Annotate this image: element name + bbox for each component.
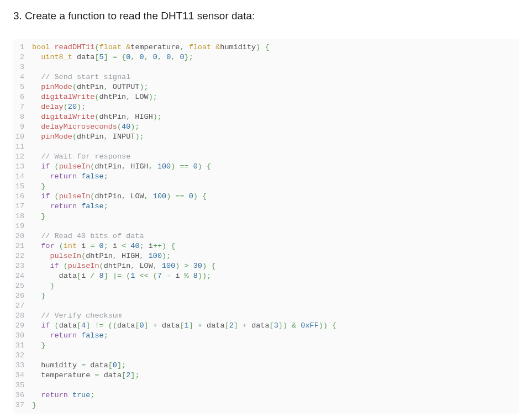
code-line: 9 delayMicroseconds(40); bbox=[13, 122, 519, 132]
line-number: 15 bbox=[13, 182, 32, 192]
code-line: 19 bbox=[13, 221, 519, 231]
code-line: 6 digitalWrite(dhtPin, LOW); bbox=[13, 92, 519, 102]
code-line: 5 pinMode(dhtPin, OUTPUT); bbox=[13, 82, 519, 92]
line-number: 6 bbox=[13, 92, 32, 102]
code-line: 2 uint8_t data[5] = {0, 0, 0, 0, 0}; bbox=[13, 52, 519, 62]
code-text: // Wait for response bbox=[32, 152, 519, 162]
code-line: 10 pinMode(dhtPin, INPUT); bbox=[13, 132, 519, 142]
line-number: 20 bbox=[13, 231, 32, 241]
line-number: 30 bbox=[13, 331, 32, 341]
line-number: 2 bbox=[13, 52, 32, 62]
code-line: 1bool readDHT11(float &temperature, floa… bbox=[13, 43, 519, 52]
code-line: 11 bbox=[13, 142, 519, 152]
line-number: 14 bbox=[13, 172, 32, 182]
code-text: temperature = data[2]; bbox=[32, 371, 519, 381]
code-text: pinMode(dhtPin, INPUT); bbox=[32, 132, 519, 142]
code-text: } bbox=[32, 400, 519, 410]
line-number: 32 bbox=[13, 351, 32, 361]
code-line: 37} bbox=[13, 400, 519, 410]
code-text bbox=[32, 381, 519, 390]
line-number: 1 bbox=[13, 43, 32, 52]
code-line: 20 // Read 40 bits of data bbox=[13, 231, 519, 241]
code-line: 32 bbox=[13, 351, 519, 361]
section-heading: 3. Create a function to read the DHT11 s… bbox=[13, 9, 519, 24]
code-line: 7 delay(20); bbox=[13, 102, 519, 112]
line-number: 27 bbox=[13, 301, 32, 311]
line-number: 3 bbox=[13, 62, 32, 72]
line-number: 18 bbox=[13, 212, 32, 221]
line-number: 5 bbox=[13, 82, 32, 92]
code-text: for (int i = 0; i < 40; i++) { bbox=[32, 241, 519, 251]
code-line: 12 // Wait for response bbox=[13, 152, 519, 162]
code-text: humidity = data[0]; bbox=[32, 361, 519, 371]
code-line: 21 for (int i = 0; i < 40; i++) { bbox=[13, 241, 519, 251]
line-number: 37 bbox=[13, 400, 32, 410]
code-line: 24 data[i / 8] |= (1 << (7 - i % 8)); bbox=[13, 271, 519, 281]
line-number: 4 bbox=[13, 72, 32, 82]
line-number: 17 bbox=[13, 202, 32, 212]
code-text: digitalWrite(dhtPin, LOW); bbox=[32, 92, 519, 102]
code-text: bool readDHT11(float &temperature, float… bbox=[32, 43, 519, 52]
code-line: 14 return false; bbox=[13, 172, 519, 182]
code-text: digitalWrite(dhtPin, HIGH); bbox=[32, 112, 519, 122]
line-number: 8 bbox=[13, 112, 32, 122]
line-number: 25 bbox=[13, 281, 32, 291]
code-line: 16 if (pulseIn(dhtPin, LOW, 100) == 0) { bbox=[13, 192, 519, 202]
line-number: 31 bbox=[13, 341, 32, 351]
code-block: 1bool readDHT11(float &temperature, floa… bbox=[13, 39, 519, 414]
code-text: if (pulseIn(dhtPin, LOW, 100) > 30) { bbox=[32, 261, 519, 271]
code-line: 34 temperature = data[2]; bbox=[13, 371, 519, 381]
line-number: 19 bbox=[13, 221, 32, 231]
code-text: } bbox=[32, 182, 519, 192]
code-line: 13 if (pulseIn(dhtPin, HIGH, 100) == 0) … bbox=[13, 162, 519, 172]
code-line: 29 if (data[4] != ((data[0] + data[1] + … bbox=[13, 321, 519, 331]
code-line: 25 } bbox=[13, 281, 519, 291]
code-line: 28 // Verify checksum bbox=[13, 311, 519, 321]
code-line: 17 return false; bbox=[13, 202, 519, 212]
code-text: uint8_t data[5] = {0, 0, 0, 0, 0}; bbox=[32, 52, 519, 62]
code-line: 30 return false; bbox=[13, 331, 519, 341]
line-number: 33 bbox=[13, 361, 32, 371]
code-line: 15 } bbox=[13, 182, 519, 192]
code-text: return false; bbox=[32, 172, 519, 182]
code-text: delay(20); bbox=[32, 102, 519, 112]
code-line: 33 humidity = data[0]; bbox=[13, 361, 519, 371]
code-text: // Read 40 bits of data bbox=[32, 231, 519, 241]
code-text: return false; bbox=[32, 202, 519, 212]
code-line: 31 } bbox=[13, 341, 519, 351]
code-line: 26 } bbox=[13, 291, 519, 301]
code-line: 35 bbox=[13, 381, 519, 390]
line-number: 36 bbox=[13, 390, 32, 400]
code-line: 23 if (pulseIn(dhtPin, LOW, 100) > 30) { bbox=[13, 261, 519, 271]
code-text: return true; bbox=[32, 390, 519, 400]
line-number: 26 bbox=[13, 291, 32, 301]
code-line: 22 pulseIn(dhtPin, HIGH, 100); bbox=[13, 251, 519, 261]
code-text bbox=[32, 142, 519, 152]
code-line: 36 return true; bbox=[13, 390, 519, 400]
line-number: 34 bbox=[13, 371, 32, 381]
code-text: } bbox=[32, 291, 519, 301]
line-number: 23 bbox=[13, 261, 32, 271]
line-number: 7 bbox=[13, 102, 32, 112]
line-number: 29 bbox=[13, 321, 32, 331]
code-text: if (data[4] != ((data[0] + data[1] + dat… bbox=[32, 321, 519, 331]
line-number: 10 bbox=[13, 132, 32, 142]
code-line: 4 // Send start signal bbox=[13, 72, 519, 82]
code-text bbox=[32, 62, 519, 72]
code-line: 18 } bbox=[13, 212, 519, 221]
code-line: 3 bbox=[13, 62, 519, 72]
code-text: data[i / 8] |= (1 << (7 - i % 8)); bbox=[32, 271, 519, 281]
code-text bbox=[32, 301, 519, 311]
code-text: if (pulseIn(dhtPin, LOW, 100) == 0) { bbox=[32, 192, 519, 202]
line-number: 21 bbox=[13, 241, 32, 251]
line-number: 35 bbox=[13, 381, 32, 390]
line-number: 9 bbox=[13, 122, 32, 132]
code-text: } bbox=[32, 212, 519, 221]
code-text bbox=[32, 221, 519, 231]
line-number: 24 bbox=[13, 271, 32, 281]
code-text: pinMode(dhtPin, OUTPUT); bbox=[32, 82, 519, 92]
code-text bbox=[32, 351, 519, 361]
code-text: } bbox=[32, 341, 519, 351]
code-text: return false; bbox=[32, 331, 519, 341]
line-number: 12 bbox=[13, 152, 32, 162]
